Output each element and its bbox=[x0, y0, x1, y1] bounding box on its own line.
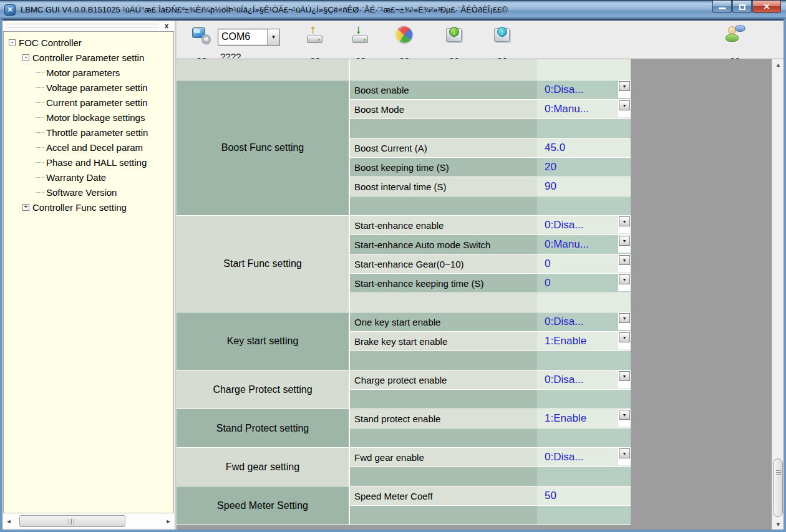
user-button[interactable]: ?? bbox=[720, 25, 749, 45]
param-label: Boost interval time (S) bbox=[354, 181, 447, 192]
maximize-button[interactable] bbox=[732, 1, 752, 13]
table-vscrollbar[interactable]: ▲ ▼ bbox=[772, 59, 784, 530]
tree-item-software-version[interactable]: Software Version bbox=[4, 185, 173, 200]
dropdown-arrow-icon[interactable]: ▼ bbox=[619, 313, 630, 323]
export-file-button[interactable]: ↑ ?? bbox=[488, 25, 517, 45]
param-cell-blank bbox=[350, 351, 537, 370]
import-file-button[interactable]: ↓ ?? bbox=[440, 25, 468, 45]
group-cell-boost-func-setting: Boost Func setting bbox=[177, 80, 350, 216]
param-label: Start-enhance keeping time (S) bbox=[354, 278, 484, 289]
dropdown-arrow-icon[interactable]: ▼ bbox=[619, 81, 630, 91]
sidebar-close-button[interactable]: x bbox=[162, 21, 171, 30]
value-cell-fwd-gear-enable[interactable]: 0:Disa...▼ bbox=[537, 448, 631, 467]
tree-item-accel-and-decel-param[interactable]: Accel and Decel param bbox=[4, 140, 173, 155]
dropdown-area[interactable]: ▼ bbox=[618, 312, 631, 330]
group-label: Fwd gear setting bbox=[226, 462, 299, 473]
dropdown-area[interactable]: ▼ bbox=[618, 332, 631, 349]
table-row: Stand protect enable1:Enable▼ bbox=[350, 409, 631, 428]
dropdown-area[interactable]: ▼ bbox=[618, 370, 631, 388]
dropdown-area[interactable]: ▼ bbox=[618, 254, 631, 272]
tree-item-motor-parameters[interactable]: Motor parameters bbox=[4, 65, 173, 80]
value-cell-boost-current-a[interactable]: 45.0 bbox=[537, 138, 631, 157]
group-rows: Speed Meter Coeff50 bbox=[350, 486, 631, 525]
value-cell-start-enhance-keeping-time-s[interactable]: 0▼ bbox=[537, 274, 631, 293]
group-rows: Stand protect enable1:Enable▼ bbox=[350, 409, 631, 448]
tree-item-motor-blockage-settings[interactable]: Motor blockage settings bbox=[4, 110, 173, 125]
tree-item-throttle-parameter-settin[interactable]: Throttle parameter settin bbox=[4, 125, 173, 140]
scroll-right-icon[interactable]: ► bbox=[163, 515, 174, 528]
dropdown-area[interactable]: ▼ bbox=[618, 274, 631, 291]
value-cell-one-key-start-enable[interactable]: 0:Disa...▼ bbox=[537, 312, 631, 331]
read-params-button[interactable]: ↑ ?? bbox=[301, 25, 329, 45]
sidebar-hscrollbar[interactable]: ◄ ► bbox=[3, 515, 174, 528]
tree-item-current-parameter-settin[interactable]: Current parameter settin bbox=[4, 95, 173, 110]
value-cell-charge-protect-enable[interactable]: 0:Disa...▼ bbox=[537, 370, 631, 389]
tree-item-label: Throttle parameter settin bbox=[46, 127, 148, 138]
dropdown-arrow-icon[interactable]: ▼ bbox=[619, 274, 630, 284]
tree-expander-icon[interactable]: - bbox=[9, 39, 16, 46]
tree-expander-icon[interactable]: + bbox=[22, 204, 29, 211]
com-port-label: ???? bbox=[218, 51, 261, 59]
value-cell-start-enhance-enable[interactable]: 0:Disa...▼ bbox=[537, 216, 631, 235]
table-row: Speed Meter Coeff50 bbox=[350, 486, 631, 506]
minimize-button[interactable] bbox=[712, 1, 732, 13]
tree-item-foc-controller[interactable]: -FOC Controller bbox=[4, 35, 173, 50]
combobox-dropdown-icon[interactable]: ▼ bbox=[267, 29, 279, 45]
connect-icon bbox=[191, 25, 212, 45]
tree-item-phase-and-hall-setting[interactable]: Phase and HALL setting bbox=[4, 155, 173, 170]
value-cell-boost-enable[interactable]: 0:Disa...▼ bbox=[537, 80, 631, 99]
value-cell-start-enhance-gear-0-10[interactable]: 0▼ bbox=[537, 254, 631, 273]
write-params-button[interactable]: ↓ ?? bbox=[346, 25, 375, 45]
sidebar-gripper[interactable] bbox=[6, 24, 158, 27]
scroll-left-icon[interactable]: ◄ bbox=[3, 515, 14, 528]
table-row bbox=[350, 351, 631, 370]
connect-button[interactable]: ?? bbox=[187, 25, 216, 45]
hscroll-thumb[interactable] bbox=[19, 515, 125, 527]
group-cell-key-start-setting: Key start setting bbox=[177, 312, 350, 370]
dropdown-area[interactable]: ▼ bbox=[618, 100, 631, 117]
close-button[interactable]: ✕ bbox=[752, 1, 781, 13]
param-label: Fwd gear enable bbox=[354, 452, 424, 463]
table-row: Boost Current (A)45.0 bbox=[350, 138, 631, 158]
value-cell-speed-meter-coeff[interactable]: 50 bbox=[537, 486, 631, 505]
tree-item-controller-parameter-settin[interactable]: -Controller Parameter settin bbox=[4, 50, 173, 65]
value-cell-stand-protect-enable[interactable]: 1:Enable▼ bbox=[537, 409, 631, 428]
param-label: Boost Mode bbox=[354, 104, 404, 115]
value-cell-blank bbox=[537, 196, 631, 215]
tree-item-voltage-parameter-settin[interactable]: Voltage parameter settin bbox=[4, 80, 173, 95]
dropdown-arrow-icon[interactable]: ▼ bbox=[619, 410, 630, 420]
value-cell-start-enhance-auto-mode-switch[interactable]: 0:Manu...▼ bbox=[537, 235, 631, 254]
value-cell-boost-keeping-time-s[interactable]: 20 bbox=[537, 158, 631, 177]
dropdown-area[interactable]: ▼ bbox=[618, 235, 631, 253]
table-row bbox=[350, 467, 631, 486]
tree-expander-icon[interactable]: - bbox=[22, 54, 29, 61]
value-cell-blank bbox=[537, 428, 631, 447]
scroll-up-icon[interactable]: ▲ bbox=[772, 59, 784, 70]
dropdown-arrow-icon[interactable]: ▼ bbox=[619, 371, 630, 381]
dropdown-arrow-icon[interactable]: ▼ bbox=[619, 332, 630, 342]
dropdown-arrow-icon[interactable]: ▼ bbox=[619, 216, 630, 226]
dropdown-area[interactable]: ▼ bbox=[618, 448, 631, 465]
group-label: Boost Func setting bbox=[221, 142, 304, 153]
dropdown-arrow-icon[interactable]: ▼ bbox=[619, 100, 630, 110]
value-cell-boost-interval-time-s[interactable]: 90 bbox=[537, 177, 631, 196]
dropdown-area[interactable]: ▼ bbox=[618, 216, 631, 233]
com-port-combobox[interactable]: COM6 ▼ bbox=[218, 29, 280, 46]
value-cell-boost-mode[interactable]: 0:Manu...▼ bbox=[537, 100, 631, 118]
table-group-key-start-setting: Key start settingOne key start enable0:D… bbox=[177, 312, 632, 370]
tree-item-warranty-date[interactable]: Warranty Date bbox=[4, 170, 173, 185]
dropdown-arrow-icon[interactable]: ▼ bbox=[619, 448, 630, 458]
table-row: Start-enhance Auto mode Switch0:Manu...▼ bbox=[350, 235, 631, 254]
dropdown-arrow-icon[interactable]: ▼ bbox=[619, 255, 630, 265]
dropdown-arrow-icon[interactable]: ▼ bbox=[619, 236, 630, 246]
param-cell-boost-enable: Boost enable bbox=[350, 80, 537, 99]
vscroll-thumb[interactable] bbox=[773, 458, 783, 517]
value-cell-brake-key-start-enable[interactable]: 1:Enable▼ bbox=[537, 332, 631, 351]
chart-button[interactable]: ?? bbox=[390, 25, 419, 45]
tree-item-controller-func-setting[interactable]: +Controller Func setting bbox=[4, 200, 173, 215]
scroll-down-icon[interactable]: ▼ bbox=[772, 519, 784, 530]
dropdown-area[interactable]: ▼ bbox=[618, 409, 631, 427]
param-cell-fwd-gear-enable: Fwd gear enable bbox=[350, 448, 537, 467]
dropdown-area[interactable]: ▼ bbox=[618, 80, 631, 98]
sidebar-header[interactable]: x bbox=[2, 21, 175, 31]
